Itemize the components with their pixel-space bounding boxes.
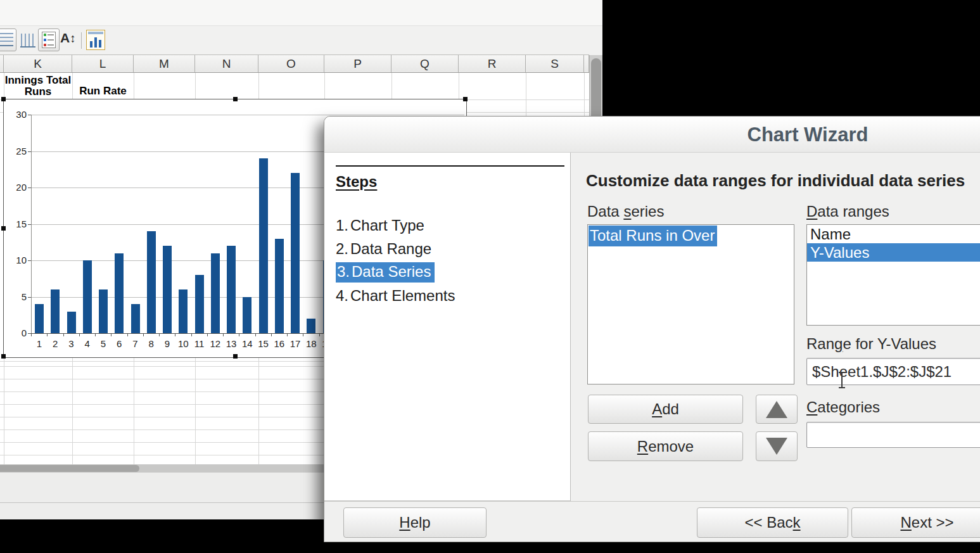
column-header-l[interactable]: L (72, 55, 134, 72)
x-axis-label: 6 (111, 338, 127, 349)
x-axis-label: 13 (223, 338, 239, 349)
chart-bar-18[interactable] (307, 319, 315, 333)
back-button[interactable]: << Back (697, 507, 848, 538)
steps-panel: Steps 1.Chart Type 2.Data Range 3.Data S… (324, 153, 571, 501)
x-axis-label: 12 (207, 338, 224, 349)
column-header-p[interactable]: P (324, 55, 391, 72)
y-axis-label: 25 (9, 146, 27, 156)
chart-bar-1[interactable] (35, 304, 44, 333)
chart-bar-10[interactable] (179, 289, 188, 333)
x-axis-tick (31, 333, 32, 336)
column-header-r[interactable]: R (459, 55, 526, 72)
x-axis-label: 16 (271, 338, 288, 349)
step-data-series[interactable]: 3.Data Series (336, 260, 455, 284)
data-ranges-label: Data ranges (806, 203, 889, 220)
chart-bar-3[interactable] (67, 312, 76, 334)
help-button[interactable]: Help (343, 507, 487, 538)
x-axis-tick (127, 333, 128, 336)
dialog-title: Chart Wizard (748, 124, 869, 146)
column-header-o[interactable]: O (258, 55, 324, 72)
x-axis-tick (191, 333, 192, 336)
chart-bar-12[interactable] (211, 253, 220, 334)
cell-k1[interactable]: Innings Total Runs (4, 73, 72, 99)
vertical-grids-icon[interactable] (19, 32, 37, 48)
selection-handle[interactable] (1, 97, 6, 101)
x-axis-label: 11 (191, 338, 208, 349)
column-header-partial[interactable] (584, 55, 589, 72)
column-header-n[interactable]: N (195, 55, 258, 72)
column-header-m[interactable]: M (134, 55, 195, 72)
x-axis-tick (47, 333, 48, 336)
move-up-button[interactable] (756, 395, 798, 424)
data-series-listbox[interactable]: Total Runs in Over (587, 224, 794, 385)
chart-bar-7[interactable] (131, 304, 140, 333)
y-axis-label: 0 (9, 327, 27, 338)
x-axis-tick (63, 333, 64, 336)
step-chart-type[interactable]: 1.Chart Type (336, 213, 455, 237)
column-header-q[interactable]: Q (391, 55, 459, 72)
column-header-k[interactable]: K (4, 55, 72, 72)
categories-label: Categories (806, 398, 880, 416)
x-axis-tick (79, 333, 80, 336)
chart-type-icon[interactable] (86, 30, 105, 50)
chart-bar-15[interactable] (259, 158, 268, 333)
up-arrow-icon (766, 401, 787, 418)
chart-bar-6[interactable] (115, 253, 124, 334)
dialog-bottom-separator (324, 501, 980, 502)
move-down-button[interactable] (756, 431, 798, 461)
x-axis-label: 4 (79, 338, 96, 349)
down-arrow-icon (766, 438, 787, 455)
selection-handle[interactable] (463, 97, 468, 101)
cell-l1[interactable]: Run Rate (72, 73, 134, 99)
step-data-range[interactable]: 2.Data Range (336, 237, 455, 260)
categories-input[interactable] (806, 422, 980, 448)
chart-bar-4[interactable] (83, 260, 92, 333)
range-for-y-values-input[interactable]: $Sheet1.$J$2:$J$21 (806, 358, 980, 385)
y-axis-label: 30 (9, 109, 27, 120)
column-header-s[interactable]: S (526, 55, 584, 72)
x-axis-label: 18 (303, 338, 319, 349)
remove-button[interactable]: Remove (588, 431, 743, 461)
x-axis-label: 8 (143, 338, 160, 349)
next-button[interactable]: Next >> (851, 507, 980, 538)
data-range-item-name[interactable]: Name (807, 225, 980, 243)
selection-handle[interactable] (1, 226, 6, 231)
chart-bar-16[interactable] (275, 239, 284, 334)
chart-bar-9[interactable] (163, 246, 172, 333)
chart-wizard-dialog: Chart Wizard Steps 1.Chart Type 2.Data R… (324, 116, 980, 542)
add-button[interactable]: Add (588, 395, 743, 424)
chart-bar-17[interactable] (291, 173, 300, 333)
y-axis-line (31, 115, 32, 336)
data-ranges-listbox[interactable]: Name Y-Values (806, 224, 980, 326)
window-top-strip (0, 0, 602, 26)
x-axis-tick (319, 333, 320, 336)
toolbar-separator (81, 32, 82, 49)
chart-bar-13[interactable] (227, 246, 236, 333)
x-axis-label: 15 (255, 338, 272, 349)
selection-handle[interactable] (233, 354, 238, 359)
legend-on-off-icon[interactable] (38, 29, 60, 51)
data-series-item-selected[interactable]: Total Runs in Over (589, 226, 717, 246)
steps-list: 1.Chart Type 2.Data Range 3.Data Series … (336, 213, 455, 307)
x-axis-tick (223, 333, 224, 336)
x-axis-tick (95, 333, 96, 336)
chart-bar-14[interactable] (243, 297, 251, 334)
chart-bar-11[interactable] (195, 275, 204, 333)
column-headers: KLMNOPQRS (0, 54, 589, 73)
chart-bar-2[interactable] (51, 289, 60, 333)
selection-handle[interactable] (233, 97, 238, 101)
chart-format-toolbar: A↕ (0, 26, 602, 54)
steps-rule (336, 165, 564, 167)
steps-heading: Steps (336, 173, 377, 191)
text-scale-icon[interactable]: A↕ (60, 30, 76, 46)
dialog-titlebar[interactable]: Chart Wizard (324, 117, 980, 153)
y-axis-label: 10 (9, 255, 27, 265)
chart-bar-8[interactable] (147, 231, 156, 333)
x-axis-label: 9 (159, 338, 175, 349)
horizontal-grids-icon[interactable] (0, 29, 16, 51)
step-chart-elements[interactable]: 4.Chart Elements (336, 284, 455, 307)
horizontal-scrollbar-thumb[interactable] (0, 465, 139, 472)
selection-handle[interactable] (1, 354, 6, 359)
data-range-item-y-values[interactable]: Y-Values (807, 243, 980, 262)
chart-bar-5[interactable] (99, 289, 108, 333)
